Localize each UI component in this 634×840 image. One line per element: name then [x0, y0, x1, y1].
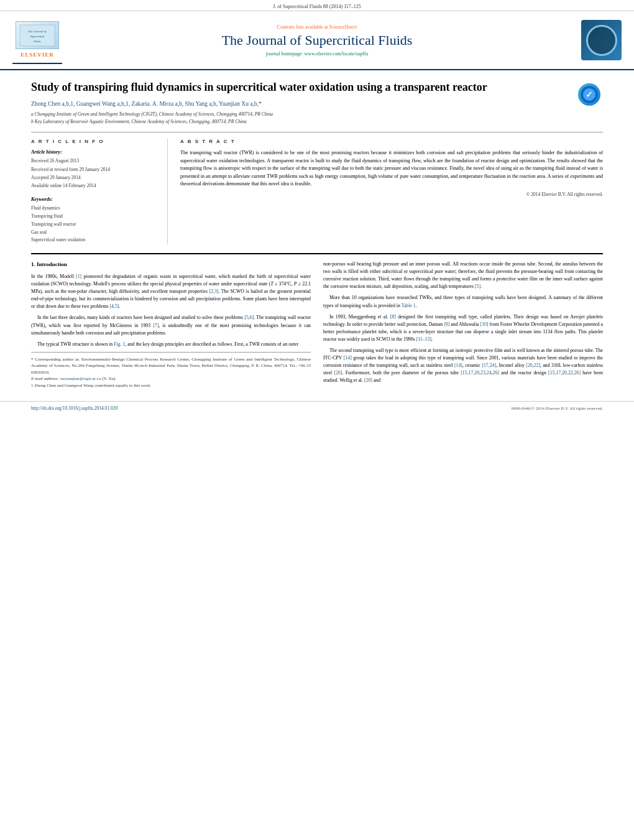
keywords-heading: Keywords:	[31, 196, 158, 202]
table-1-link: Table 1	[402, 303, 416, 308]
elsevier-label: ELSEVIER	[21, 52, 54, 58]
body-column-right: non-porous wall bearing high pressure an…	[323, 261, 603, 389]
right-para-3: In 1993, Mueggenburg et al. [8] designed…	[323, 313, 603, 343]
right-logo-area	[572, 20, 622, 60]
svg-text:Fluids: Fluids	[34, 40, 41, 43]
intro-para-1: In the 1980s, Modell [1] pioneered the d…	[31, 273, 311, 310]
ref-9: [9]	[444, 321, 449, 327]
page-footer: http://dx.doi.org/10.1016/j.supflu.2014.…	[0, 401, 634, 415]
footnote-email-line: E-mail address: xuyuanjian@cigit.ac.cn (…	[31, 376, 311, 382]
journal-logo-image: The Journal of Supercritical Fluids	[16, 21, 59, 49]
sciencedirect-info: Contents lists available at ScienceDirec…	[62, 24, 572, 30]
keyword-3: Transpiring wall reactor	[31, 221, 158, 229]
ref-20b: [20]	[364, 377, 372, 383]
ref-5b: [5]	[475, 284, 480, 289]
article-title-area: Study of transpiring fluid dynamics in s…	[31, 80, 566, 126]
keyword-1: Fluid dynamics	[31, 205, 158, 213]
ref-2-3: [2,3]	[209, 288, 218, 294]
intro-para-2: In the last three decades, many kinds of…	[31, 314, 311, 336]
article-content: Study of transpiring fluid dynamics in s…	[0, 70, 634, 395]
abstract-heading: A B S T R A C T	[180, 139, 603, 144]
title-divider	[31, 132, 603, 132]
crossmark-icon: ✓	[580, 85, 599, 104]
abstract-copyright: © 2014 Elsevier B.V. All rights reserved…	[180, 192, 603, 197]
ref-reactor-design: [15,17,20,22,26]	[548, 370, 581, 376]
article-title: Study of transpiring fluid dynamics in s…	[31, 80, 566, 95]
section1-title: 1. Introduction	[31, 261, 311, 269]
received-date: Received 26 August 2013	[31, 157, 158, 164]
right-para-1: non-porous wall bearing high pressure an…	[323, 261, 603, 290]
journal-header: The Journal of Supercritical Fluids ELSE…	[0, 11, 634, 70]
ref-14b: [14]	[454, 362, 462, 368]
ref-20-22: [20,22]	[526, 362, 540, 368]
body-column-left: 1. Introduction In the 1980s, Modell [1]…	[31, 261, 311, 389]
svg-text:✓: ✓	[586, 90, 593, 99]
article-info-heading: A R T I C L E I N F O	[31, 139, 158, 144]
ref-5-6: [5,6]	[244, 315, 254, 320]
crossmark-area: ✓	[578, 83, 603, 106]
right-para-2: More than 10 organizations have research…	[323, 294, 603, 309]
fig-1-link: Fig. 1	[114, 341, 125, 347]
affiliation-a: a Chongqing Institute of Green and Intel…	[31, 111, 566, 118]
ref-pore-diam: [15,17,20,23,24,26]	[461, 370, 499, 376]
logo-inner-circle	[586, 25, 617, 56]
ref-8: [8]	[390, 314, 396, 320]
keyword-5: Supercritical water oxidation	[31, 236, 158, 244]
ref-10: [10]	[480, 321, 489, 327]
ref-7: [7]	[153, 323, 158, 328]
footnote-corresponding: * Corresponding author at: Environmental…	[31, 356, 311, 376]
authors-line: Zhong Chen a,b,1, Guangwei Wang a,b,1, Z…	[31, 101, 566, 107]
body-columns: 1. Introduction In the 1980s, Modell [1]…	[31, 261, 603, 389]
footnote-1: 1 Zhong Chen and Guangwei Wang contribut…	[31, 382, 311, 389]
crossmark-badge: ✓	[578, 83, 600, 106]
elsevier-logo-area: The Journal of Supercritical Fluids ELSE…	[12, 16, 62, 64]
journal-title: The Journal of Supercritical Fluids	[62, 32, 572, 48]
ref-17-24: [17,24]	[482, 362, 496, 368]
svg-text:Supercritical: Supercritical	[30, 35, 45, 38]
journal-reference: J. of Supercritical Fluids 88 (2014) 117…	[0, 0, 634, 11]
journal-homepage: journal homepage: www.elsevier.com/locat…	[62, 51, 572, 57]
keyword-4: Gas seal	[31, 229, 158, 237]
affiliation-b: b Key Laboratory of Reservoir Aquatic En…	[31, 118, 566, 126]
svg-text:The Journal of: The Journal of	[28, 30, 47, 33]
abstract-text: The transpiring wall reactor (TWR) is co…	[180, 149, 603, 188]
article-title-section: Study of transpiring fluid dynamics in s…	[31, 80, 603, 126]
body-divider	[31, 253, 603, 254]
ref-26: [26]	[334, 370, 342, 376]
info-section: A R T I C L E I N F O Article history: R…	[31, 139, 603, 244]
intro-para-3: The typical TWR structure is shown in Fi…	[31, 341, 311, 348]
journal-logo-svg: The Journal of Supercritical Fluids	[19, 24, 56, 47]
right-para-4: The second transpiring wall type is more…	[323, 347, 603, 384]
footnote-email: xuyuanjian@cigit.ac.cn	[60, 376, 101, 381]
revised-date: Received in revised form 29 January 2014	[31, 166, 158, 173]
accepted-date: Accepted 29 January 2014	[31, 174, 158, 181]
keywords-list: Fluid dynamics Transpiring fluid Transpi…	[31, 205, 158, 244]
footer-doi[interactable]: http://dx.doi.org/10.1016/j.supflu.2014.…	[31, 405, 117, 411]
footer-issn: 0896-8446/© 2014 Elsevier B.V. All right…	[512, 406, 603, 411]
article-info-panel: A R T I C L E I N F O Article history: R…	[31, 139, 168, 244]
footnote-area: * Corresponding author at: Environmental…	[31, 352, 311, 389]
and-conjunction: and	[374, 377, 380, 383]
supercritical-fluids-logo	[581, 20, 622, 60]
journal-center: Contents lists available at ScienceDirec…	[62, 24, 572, 57]
ref-14: [14]	[344, 355, 352, 361]
ref-4-5: [4,5]	[109, 303, 119, 309]
article-history-heading: Article history:	[31, 149, 158, 155]
keyword-2: Transpiring fluid	[31, 213, 158, 221]
online-date: Available online 14 February 2014	[31, 182, 158, 189]
abstract-section: A B S T R A C T The transpiring wall rea…	[180, 139, 603, 244]
ref-1: [1]	[76, 274, 81, 279]
ref-11-13: [11–13]	[416, 336, 431, 342]
